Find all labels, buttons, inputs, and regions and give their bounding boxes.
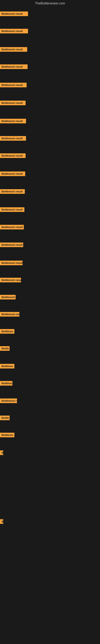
bottleneck-item: Bottlene (0, 381, 12, 386)
bottleneck-item: Bottle (0, 346, 10, 351)
bottleneck-badge[interactable]: Bottlene (0, 381, 12, 386)
bottleneck-item: Bottleneck result (0, 83, 27, 87)
bottleneck-item: Bottlenec (0, 329, 14, 334)
bottleneck-badge[interactable]: Bottleneck result (0, 172, 25, 176)
bottleneck-badge[interactable]: Bottleneck result (0, 153, 26, 158)
bottleneck-item: Bottleneck result (0, 29, 28, 34)
bottleneck-item: Bottleneck (0, 295, 16, 300)
bottleneck-item: Bottleneck resu (0, 278, 21, 282)
bottleneck-badge[interactable]: Bottle (0, 346, 10, 351)
bottleneck-item: Bottlenec (0, 364, 14, 368)
bottleneck-item: Bottleneck result (0, 47, 27, 52)
bottleneck-item: Bottleneck result (0, 225, 24, 230)
bottleneck-badge[interactable]: Bottleneck result (0, 64, 28, 69)
bottleneck-badge[interactable]: Bottleneck result (0, 29, 28, 34)
bottleneck-item: Bottleneck result (0, 153, 26, 158)
bottleneck-badge[interactable]: Bottleneck r (0, 398, 17, 403)
bottleneck-badge[interactable]: Bottleneck result (0, 100, 26, 105)
bottleneck-item: Bottle (0, 416, 10, 420)
bottleneck-badge[interactable]: Bottleneck result (0, 189, 25, 194)
bottleneck-item: Bottleneck result (0, 136, 26, 141)
site-title: TheBottlenecker.com (0, 0, 100, 6)
bottleneck-badge[interactable]: Bottleneck result (0, 119, 26, 123)
bottleneck-badge[interactable]: Bottleneck resu (0, 278, 21, 282)
bottleneck-badge[interactable]: Bottleneck result (0, 47, 27, 52)
bottleneck-item: Bottleneck result (0, 260, 23, 265)
bottleneck-badge[interactable]: Bottleneck (0, 295, 16, 300)
bottleneck-item: Bottleneck result (0, 207, 24, 212)
bottleneck-badge[interactable]: Bottlenec (0, 433, 14, 437)
bottleneck-item: Bottlenec (0, 433, 14, 437)
bottleneck-badge[interactable]: Bottleneck result (0, 83, 27, 87)
bottleneck-item: Bottleneck result (0, 12, 28, 16)
bottleneck-item: Bottleneck result (0, 64, 28, 69)
bottleneck-badge[interactable]: Bottleneck result (0, 225, 24, 230)
bottleneck-item: Bottleneck result (0, 242, 23, 247)
bottleneck-badge[interactable]: Bottleneck result (0, 242, 23, 247)
bottleneck-badge[interactable]: Bottleneck result (0, 207, 24, 212)
bottleneck-item: Bottleneck r (0, 398, 17, 403)
bottleneck-badge[interactable]: Bottleneck result (0, 136, 26, 141)
bottleneck-item: Bottleneck result (0, 100, 26, 105)
bottleneck-item: B (0, 450, 3, 455)
bottleneck-badge[interactable]: B (0, 450, 3, 455)
bottleneck-item: Bottleneck res (0, 312, 19, 316)
bottleneck-badge[interactable]: Bottlenec (0, 364, 14, 368)
bottleneck-badge[interactable]: Bottleneck result (0, 12, 28, 16)
bottleneck-badge[interactable]: Bottleneck res (0, 312, 19, 316)
bottleneck-item: Bottleneck result (0, 189, 25, 194)
bottleneck-badge[interactable]: B (0, 519, 3, 524)
bottleneck-badge[interactable]: Bottlenec (0, 329, 14, 334)
bottleneck-item: B (0, 519, 3, 524)
bottleneck-badge[interactable]: Bottle (0, 416, 10, 420)
bottleneck-item: Bottleneck result (0, 172, 25, 176)
bottleneck-badge[interactable]: Bottleneck result (0, 260, 23, 265)
bottleneck-item: Bottleneck result (0, 119, 26, 123)
